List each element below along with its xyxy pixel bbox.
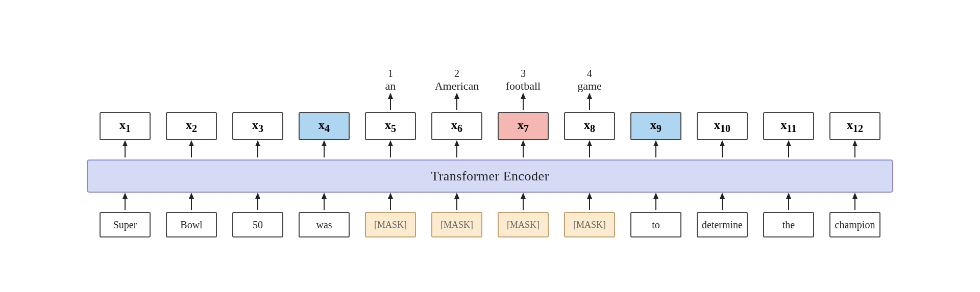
mid-arrow-col-11 <box>755 140 822 160</box>
svg-marker-23 <box>587 140 592 146</box>
svg-marker-27 <box>720 140 725 146</box>
bot-arrow-col-2 <box>158 192 225 213</box>
input-token-cell-50: 50 <box>225 212 291 237</box>
input-token-label-determine: determine <box>702 219 743 231</box>
transformer-encoder-label: Transformer Encoder <box>431 169 549 184</box>
bot-arrow-col-11 <box>755 192 822 213</box>
top-arrow-7-svg <box>520 93 527 112</box>
token-cell-8: x8 <box>556 112 623 140</box>
mid-arrow-2-svg <box>188 140 195 160</box>
top-arrow-col-5 <box>357 92 424 113</box>
output-labels-row: 1 an 2 American 3 football 4 game <box>26 55 954 93</box>
svg-marker-49 <box>653 193 658 199</box>
svg-marker-7 <box>587 93 592 99</box>
input-token-cell-champion: champion <box>822 212 888 237</box>
input-token-label-mask4: [MASK] <box>573 220 606 230</box>
mid-arrow-col-10 <box>689 140 755 160</box>
token-box-3: x3 <box>232 112 283 140</box>
svg-marker-25 <box>653 140 658 146</box>
mid-arrow-4-svg <box>321 140 328 160</box>
input-token-label-super: Super <box>113 219 137 231</box>
bot-arrow-3-svg <box>254 193 261 212</box>
token-box-10: x10 <box>697 112 748 140</box>
bot-arrow-col-5 <box>357 192 424 213</box>
input-token-box-was: was <box>299 212 350 237</box>
input-token-box-super: Super <box>100 212 151 237</box>
input-token-label-bowl: Bowl <box>180 219 202 231</box>
output-label-num-1: 1 <box>388 68 393 79</box>
bot-arrow-col-3 <box>225 192 291 213</box>
token-sub-1: 1 <box>126 122 131 134</box>
bot-arrow-4-svg <box>321 193 328 212</box>
token-box-6: x6 <box>431 112 482 140</box>
bot-arrow-10-svg <box>719 193 726 212</box>
top-arrow-6-svg <box>453 93 460 112</box>
top-arrow-col-9 <box>623 92 689 113</box>
token-cell-4: x4 <box>291 112 357 140</box>
mid-arrow-col-1 <box>92 140 158 160</box>
bot-arrow-col-12 <box>822 192 888 213</box>
input-token-cell-bowl: Bowl <box>158 212 225 237</box>
token-sub-11: 11 <box>787 122 797 134</box>
top-arrow-col-11 <box>755 92 822 113</box>
mid-arrow-1-svg <box>121 140 129 160</box>
output-label-word-game: game <box>577 79 602 93</box>
bot-arrow-9-svg <box>652 193 659 212</box>
bot-arrow-8-svg <box>586 193 593 212</box>
mid-arrow-9-svg <box>652 140 659 160</box>
token-cell-11: x11 <box>755 112 822 140</box>
input-token-label-50: 50 <box>253 219 263 231</box>
mid-arrow-col-9 <box>623 140 689 160</box>
svg-marker-55 <box>852 193 857 199</box>
output-label-football: 3 football <box>490 68 556 93</box>
mid-arrow-col-12 <box>822 140 888 160</box>
svg-marker-1 <box>388 93 393 99</box>
mid-arrow-col-7 <box>490 140 556 160</box>
input-token-box-mask1: [MASK] <box>365 212 416 237</box>
output-label-game: 4 game <box>556 68 623 93</box>
token-cell-9: x9 <box>623 112 689 140</box>
mid-arrow-12-svg <box>851 140 859 160</box>
mid-arrow-8-svg <box>586 140 593 160</box>
input-token-cell-was: was <box>291 212 357 237</box>
top-arrows-row <box>26 93 954 112</box>
diagram: 1 an 2 American 3 football 4 game <box>26 55 954 237</box>
token-box-7: x7 <box>498 112 549 140</box>
bot-arrow-11-svg <box>785 193 792 212</box>
top-arrow-8-svg <box>586 93 593 112</box>
input-token-cell-mask3: [MASK] <box>490 212 556 237</box>
top-arrow-col-8 <box>556 92 623 113</box>
mid-arrow-3-svg <box>254 140 261 160</box>
output-label-word-an: an <box>385 79 396 93</box>
svg-marker-31 <box>852 140 857 146</box>
token-sub-3: 3 <box>258 122 263 134</box>
svg-marker-53 <box>786 193 791 199</box>
input-token-box-bowl: Bowl <box>166 212 217 237</box>
svg-marker-41 <box>388 193 393 199</box>
bot-arrow-6-svg <box>453 193 460 212</box>
token-box-2: x2 <box>166 112 217 140</box>
middle-arrows-row <box>26 140 954 160</box>
top-arrow-col-2 <box>158 92 225 113</box>
token-cell-1: x1 <box>92 112 158 140</box>
token-cell-7: x7 <box>490 112 556 140</box>
output-label-num-2: 2 <box>454 68 459 79</box>
svg-marker-33 <box>122 193 128 199</box>
input-token-cell-mask4: [MASK] <box>556 212 623 237</box>
output-label-american: 2 American <box>424 68 490 93</box>
encoder-tokens-row: x1 x2 x3 x4 x5 x6 x7 x8 x9 x10 x11 <box>26 112 954 140</box>
token-sub-6: 6 <box>457 122 462 134</box>
svg-marker-19 <box>454 140 459 146</box>
input-token-cell-mask2: [MASK] <box>424 212 490 237</box>
output-label-an: 1 an <box>357 68 424 93</box>
svg-marker-37 <box>255 193 260 199</box>
output-label-num-3: 3 <box>521 68 526 79</box>
mid-arrow-col-5 <box>357 140 424 160</box>
bot-arrow-col-9 <box>623 192 689 213</box>
input-token-cell-determine: determine <box>689 212 755 237</box>
token-sub-5: 5 <box>391 122 396 134</box>
token-box-8: x8 <box>564 112 615 140</box>
bot-arrow-col-10 <box>689 192 755 213</box>
mid-arrow-7-svg <box>520 140 527 160</box>
token-box-12: x12 <box>829 112 880 140</box>
